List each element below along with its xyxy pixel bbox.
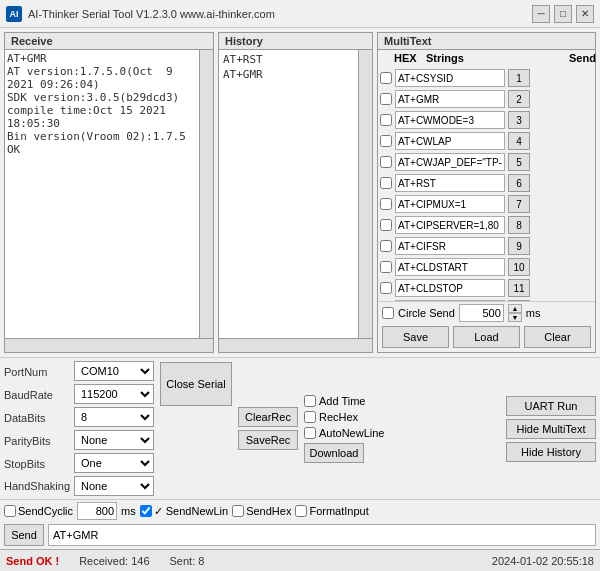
list-item[interactable]: AT+GMR — [221, 67, 356, 82]
multitext-row-checkbox[interactable] — [380, 114, 392, 126]
close-serial-button[interactable]: Close Serial — [160, 362, 232, 406]
multitext-row-checkbox[interactable] — [380, 198, 392, 210]
receive-panel-header: Receive — [5, 33, 213, 50]
handshaking-label: HandShaking — [4, 476, 72, 496]
multitext-row-checkbox[interactable] — [380, 135, 392, 147]
stopbits-select[interactable]: One — [74, 453, 154, 473]
multitext-send-button[interactable]: 11 — [508, 279, 530, 297]
cyclic-ms-input[interactable] — [77, 502, 117, 520]
send-button[interactable]: Send — [4, 524, 44, 546]
multitext-hex-input[interactable] — [395, 69, 505, 87]
send-text-input[interactable] — [48, 524, 596, 546]
status-bar: Send OK ! Received: 146 Sent: 8 2024-01-… — [0, 549, 600, 571]
multitext-row: 11 — [380, 278, 593, 298]
app-icon: AI — [6, 6, 22, 22]
control-row: PortNum COM10 BaudRate 115200 DataBits 8… — [0, 357, 600, 499]
multitext-hex-input[interactable] — [395, 195, 505, 213]
send-newline-checkbox[interactable] — [140, 505, 152, 517]
multitext-table: 12345678910111213 — [378, 66, 595, 301]
circle-send-spinner: ▲ ▼ — [508, 304, 522, 322]
add-time-checkbox[interactable] — [304, 395, 316, 407]
clear-rec-button[interactable]: ClearRec — [238, 407, 298, 427]
circle-send-input[interactable] — [459, 304, 504, 322]
multitext-row: 10 — [380, 257, 593, 277]
rec-hex-checkbox[interactable] — [304, 411, 316, 423]
multitext-hex-input[interactable] — [395, 279, 505, 297]
hide-multitext-button[interactable]: Hide MultiText — [506, 419, 596, 439]
circle-send-checkbox[interactable] — [382, 307, 394, 319]
history-content[interactable]: AT+RST AT+GMR — [219, 50, 358, 338]
send-hex-label: SendHex — [246, 505, 291, 517]
portnum-select[interactable]: COM10 — [74, 361, 154, 381]
multitext-row-checkbox[interactable] — [380, 72, 392, 84]
send-hex-row: SendHex — [232, 505, 291, 517]
history-scrollbar-x[interactable] — [219, 338, 372, 352]
send-input-row: Send — [0, 522, 600, 549]
multitext-row: 8 — [380, 215, 593, 235]
baudrate-label: BaudRate — [4, 384, 72, 406]
multitext-row-checkbox[interactable] — [380, 177, 392, 189]
multitext-hex-input[interactable] — [395, 111, 505, 129]
minimize-button[interactable]: ─ — [532, 5, 550, 23]
circle-send-ms-label: ms — [526, 307, 541, 319]
close-button[interactable]: ✕ — [576, 5, 594, 23]
save-button[interactable]: Save — [382, 326, 449, 348]
multitext-row-checkbox[interactable] — [380, 93, 392, 105]
receive-content[interactable]: AT+GMR AT version:1.7.5.0(Oct 9 2021 09:… — [5, 50, 199, 338]
handshaking-select[interactable]: None — [74, 476, 154, 496]
save-rec-button[interactable]: SaveRec — [238, 430, 298, 450]
hide-history-button[interactable]: Hide History — [506, 442, 596, 462]
multitext-send-button[interactable]: 8 — [508, 216, 530, 234]
spin-down-button[interactable]: ▼ — [508, 313, 522, 322]
databits-label: DataBits — [4, 407, 72, 429]
multitext-send-button[interactable]: 9 — [508, 237, 530, 255]
format-input-checkbox[interactable] — [295, 505, 307, 517]
receive-scrollbar-x[interactable] — [5, 338, 213, 352]
multitext-row-checkbox[interactable] — [380, 261, 392, 273]
multitext-col-headers: HEX Strings Send — [378, 50, 595, 64]
multitext-row: 7 — [380, 194, 593, 214]
receive-scrollbar-y[interactable] — [199, 50, 213, 338]
multitext-row-checkbox[interactable] — [380, 240, 392, 252]
multitext-send-button[interactable]: 10 — [508, 258, 530, 276]
multitext-send-button[interactable]: 5 — [508, 153, 530, 171]
history-scrollbar-y[interactable] — [358, 50, 372, 338]
paritybits-select[interactable]: None — [74, 430, 154, 450]
load-button[interactable]: Load — [453, 326, 520, 348]
clear-button[interactable]: Clear — [524, 326, 591, 348]
circle-send-row: Circle Send ▲ ▼ ms — [378, 301, 595, 324]
multitext-send-button[interactable]: 1 — [508, 69, 530, 87]
multitext-send-button[interactable]: 2 — [508, 90, 530, 108]
download-button[interactable]: Download — [304, 443, 364, 463]
multitext-hex-input[interactable] — [395, 153, 505, 171]
send-hex-checkbox[interactable] — [232, 505, 244, 517]
databits-select[interactable]: 8 — [74, 407, 154, 427]
baudrate-select[interactable]: 115200 — [74, 384, 154, 404]
multitext-send-button[interactable]: 4 — [508, 132, 530, 150]
multitext-hex-input[interactable] — [395, 132, 505, 150]
auto-newline-checkbox[interactable] — [304, 427, 316, 439]
multitext-row-checkbox[interactable] — [380, 282, 392, 294]
multitext-hex-input[interactable] — [395, 174, 505, 192]
spin-up-button[interactable]: ▲ — [508, 304, 522, 313]
multitext-panel: MultiText HEX Strings Send 1234567891011… — [377, 32, 596, 353]
multitext-row: 6 — [380, 173, 593, 193]
multitext-hex-input[interactable] — [395, 237, 505, 255]
multitext-hex-input[interactable] — [395, 216, 505, 234]
multitext-send-button[interactable]: 7 — [508, 195, 530, 213]
multitext-row-checkbox[interactable] — [380, 156, 392, 168]
multitext-row: 5 — [380, 152, 593, 172]
multitext-hex-input[interactable] — [395, 258, 505, 276]
send-cyclic-checkbox[interactable] — [4, 505, 16, 517]
auto-newline-label: AutoNewLine — [319, 427, 384, 439]
maximize-button[interactable]: □ — [554, 5, 572, 23]
send-cyclic-label: SendCyclic — [18, 505, 73, 517]
uart-run-button[interactable]: UART Run — [506, 396, 596, 416]
receive-panel: Receive AT+GMR AT version:1.7.5.0(Oct 9 … — [4, 32, 214, 353]
multitext-send-button[interactable]: 3 — [508, 111, 530, 129]
list-item[interactable]: AT+RST — [221, 52, 356, 67]
multitext-row-checkbox[interactable] — [380, 219, 392, 231]
multitext-send-button[interactable]: 6 — [508, 174, 530, 192]
history-panel: History AT+RST AT+GMR — [218, 32, 373, 353]
multitext-hex-input[interactable] — [395, 90, 505, 108]
